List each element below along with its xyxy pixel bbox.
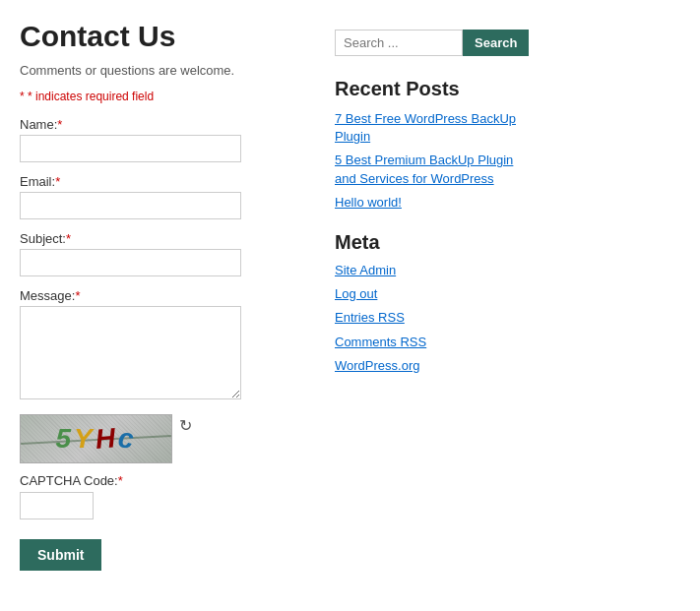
name-label: Name:* (20, 117, 295, 132)
email-input[interactable] (20, 192, 241, 219)
recent-posts-title: Recent Posts (335, 78, 532, 100)
search-button[interactable]: Search (463, 30, 529, 56)
recent-post-1[interactable]: 7 Best Free WordPress BackUp Plugin (335, 110, 532, 146)
captcha-refresh-icon[interactable]: ↻ (179, 416, 192, 435)
captcha-display-text: 5YHc (55, 423, 136, 455)
subject-input[interactable] (20, 249, 241, 276)
captcha-image: 5YHc (20, 414, 172, 463)
name-input[interactable] (20, 135, 241, 162)
meta-section: Meta Site Admin Log out Entries RSS Comm… (335, 231, 532, 375)
captcha-image-wrapper: 5YHc ↻ (20, 414, 172, 463)
search-bar: Search (335, 30, 532, 56)
message-label: Message:* (20, 288, 295, 303)
meta-link-log-out[interactable]: Log out (335, 285, 532, 303)
required-asterisk: * (20, 90, 25, 103)
page-subtitle: Comments or questions are welcome. (20, 63, 295, 78)
email-label: Email:* (20, 174, 295, 189)
meta-link-comments-rss[interactable]: Comments RSS (335, 334, 532, 351)
name-required: * (57, 117, 62, 132)
captcha-input[interactable] (20, 492, 94, 519)
captcha-required: * (118, 473, 123, 488)
sidebar: Search Recent Posts 7 Best Free WordPres… (335, 20, 532, 571)
subject-field-group: Subject:* (20, 231, 295, 276)
message-input[interactable] (20, 306, 241, 399)
subject-label: Subject:* (20, 231, 295, 246)
search-input[interactable] (335, 30, 463, 56)
message-required: * (75, 288, 80, 303)
submit-button[interactable]: Submit (20, 539, 101, 571)
page-title: Contact Us (20, 20, 295, 53)
email-required: * (55, 174, 60, 189)
required-note: * * indicates required field (20, 90, 295, 103)
meta-title: Meta (335, 231, 532, 254)
email-field-group: Email:* (20, 174, 295, 219)
captcha-label: CAPTCHA Code:* (20, 473, 295, 488)
captcha-section: 5YHc ↻ CAPTCHA Code:* (20, 414, 295, 519)
meta-link-wordpress-org[interactable]: WordPress.org (335, 357, 532, 375)
meta-link-entries-rss[interactable]: Entries RSS (335, 309, 532, 327)
recent-post-3[interactable]: Hello world! (335, 194, 532, 212)
subject-required: * (66, 231, 71, 246)
main-content: Contact Us Comments or questions are wel… (20, 20, 295, 571)
recent-post-2[interactable]: 5 Best Premium BackUp Plugin and Service… (335, 152, 532, 187)
meta-link-site-admin[interactable]: Site Admin (335, 262, 532, 279)
message-field-group: Message:* (20, 288, 295, 402)
name-field-group: Name:* (20, 117, 295, 162)
